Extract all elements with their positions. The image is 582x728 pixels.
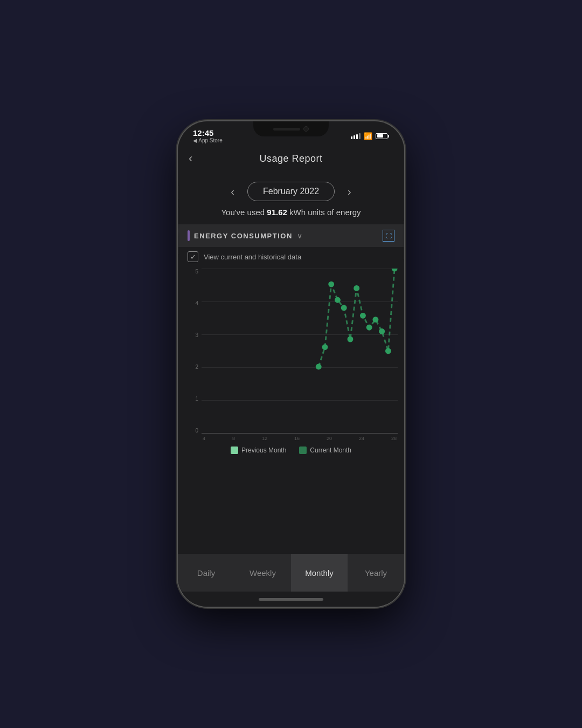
svg-point-11 (385, 348, 391, 354)
checkbox-row: ✓ View current and historical data (178, 247, 404, 266)
svg-point-4 (341, 305, 347, 311)
nav-bar: ‹ Usage Report (178, 145, 404, 172)
status-icons: 📶 (351, 132, 389, 140)
next-month-button[interactable]: › (343, 183, 356, 200)
y-label-4: 4 (195, 300, 198, 306)
front-camera (303, 126, 309, 132)
chart-plot: 4 8 12 16 20 24 28 (202, 269, 398, 441)
volume-down-button[interactable] (178, 235, 178, 254)
y-label-5: 5 (195, 269, 198, 274)
chart-container: 0 1 2 3 4 5 (178, 266, 404, 554)
y-label-1: 1 (195, 396, 198, 402)
accent-bar (188, 230, 190, 241)
prev-month-button[interactable]: ‹ (226, 183, 239, 200)
y-label-2: 2 (195, 364, 198, 370)
month-display: February 2022 (247, 182, 335, 201)
check-icon: ✓ (190, 253, 196, 261)
phone-shell: 12:45 ◀ App Store 📶 (178, 121, 404, 607)
energy-summary: You've used 91.62 kWh units of energy (178, 208, 404, 217)
speaker (273, 128, 300, 131)
signal-icon (351, 133, 361, 139)
svg-point-1 (322, 344, 328, 350)
svg-point-2 (328, 281, 334, 287)
energy-value: 91.62 (267, 208, 287, 217)
section-chevron-icon[interactable]: ∨ (297, 231, 302, 240)
svg-point-6 (354, 285, 359, 291)
x-axis-numbers: 4 8 12 16 20 24 28 (202, 436, 398, 441)
bottom-tabs: Daily Weekly Monthly Yearly (178, 554, 404, 592)
content-area: ‹ February 2022 › You've used 91.62 kWh … (178, 172, 404, 607)
app-store-back[interactable]: ◀ App Store (193, 138, 223, 143)
wifi-icon: 📶 (364, 132, 372, 140)
power-button[interactable] (404, 221, 404, 259)
expand-icon: ⛶ (386, 232, 392, 239)
y-label-3: 3 (195, 332, 198, 338)
x-axis-line (202, 433, 398, 434)
mute-switch[interactable] (178, 186, 178, 199)
home-bar (259, 598, 323, 601)
y-label-0: 0 (195, 428, 198, 434)
svg-point-3 (335, 297, 341, 303)
svg-point-10 (379, 328, 385, 334)
status-time: 12:45 (193, 128, 223, 138)
svg-point-9 (372, 317, 378, 322)
tab-monthly[interactable]: Monthly (291, 554, 348, 592)
tab-yearly[interactable]: Yearly (348, 554, 404, 592)
section-header: ENERGY CONSUMPTION ∨ ⛶ (178, 224, 404, 247)
phone-wrapper: 12:45 ◀ App Store 📶 (162, 105, 420, 623)
checkbox[interactable]: ✓ (188, 251, 198, 262)
tab-weekly[interactable]: Weekly (234, 554, 291, 592)
y-axis: 0 1 2 3 4 5 (184, 269, 202, 441)
screen: 12:45 ◀ App Store 📶 (178, 121, 404, 607)
month-selector: ‹ February 2022 › (178, 182, 404, 201)
svg-point-12 (392, 269, 398, 271)
svg-point-8 (366, 325, 372, 331)
section-title-area: ENERGY CONSUMPTION ∨ (188, 230, 302, 241)
tab-daily[interactable]: Daily (178, 554, 234, 592)
back-button[interactable]: ‹ (189, 152, 192, 166)
battery-icon (376, 133, 389, 139)
svg-point-7 (360, 313, 366, 319)
notch (253, 121, 329, 136)
expand-button[interactable]: ⛶ (383, 230, 394, 242)
page-title: Usage Report (259, 153, 322, 164)
home-indicator (178, 592, 404, 607)
chart-body: 0 1 2 3 4 5 (184, 269, 398, 441)
svg-point-0 (316, 364, 322, 370)
section-title: ENERGY CONSUMPTION (194, 232, 293, 240)
svg-point-5 (347, 336, 353, 342)
volume-up-button[interactable] (178, 208, 178, 227)
checkbox-label: View current and historical data (204, 253, 301, 261)
